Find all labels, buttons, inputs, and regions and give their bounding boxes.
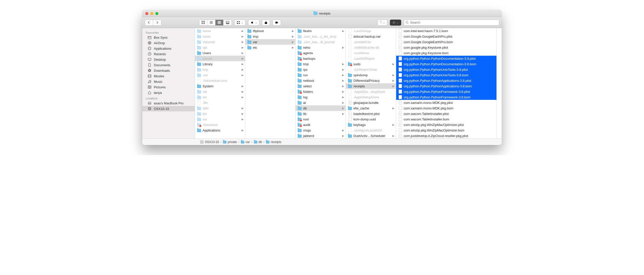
file-item[interactable]: ⟨⟩org.python.Python.PythonFramework-3.8.… (396, 89, 496, 94)
file-item[interactable]: .AppleSetupDone (346, 94, 396, 100)
folder-item[interactable]: backups (296, 56, 346, 61)
sidebar-item[interactable]: Desktop (142, 57, 195, 62)
path-segment[interactable]: db (254, 140, 262, 144)
gallery-view-button[interactable] (223, 20, 232, 25)
file-item[interactable]: ⟨⟩com.winzip.pkg.WinZipMacOptimizer.plis… (396, 122, 496, 127)
file-item[interactable]: org.python.Python.PythonFramework-3.8.bo… (396, 94, 496, 100)
path-segment[interactable]: OSX10-15 (200, 140, 219, 144)
path-segment[interactable]: var (241, 140, 250, 144)
folder-item[interactable]: tmp▶ (195, 67, 245, 72)
column[interactable]: home▶cores▶Volumes▶opt▶Users▶private▶Lib… (195, 28, 245, 139)
quicklook-button[interactable]: ⌄ (390, 20, 401, 26)
file-item[interactable]: ⟨⟩com.xamarin.mono-MDK.pkg.plist (396, 100, 496, 105)
file-item[interactable]: ⟨⟩com.wacom.TabletInstaller.plist (396, 111, 496, 116)
column[interactable]: tftpboot▶tmp▶var▶etc▶ (245, 28, 296, 139)
folder-item[interactable]: DifferentialPrivacy▶ (346, 78, 396, 83)
help-button[interactable]: ? ⌄ (377, 20, 387, 26)
sidebar-item[interactable]: AirDrop (142, 40, 195, 46)
file-item[interactable]: org.python.Python.PythonUnixTools-3.8.bo… (396, 72, 496, 78)
folder-item[interactable]: var▶ (195, 89, 245, 94)
file-item[interactable]: org.python.Python.PythonApplications-3.8… (396, 83, 496, 89)
folder-item[interactable]: receipts▶ (346, 83, 396, 89)
file-item[interactable]: .intl8859cache.db (346, 45, 396, 50)
folder-item[interactable]: var▶ (245, 39, 295, 45)
sidebar-item[interactable]: Recents (142, 51, 195, 57)
sidebar-item[interactable]: asas's MacBook Pro (142, 100, 195, 106)
search-input[interactable] (410, 21, 497, 24)
sidebar-item[interactable]: Box Sync (142, 35, 195, 40)
column[interactable]: .LastGKAppdslocal-backup.xar.omedelif.bv… (346, 28, 396, 139)
folder-item[interactable]: folders▶ (296, 89, 346, 94)
file-item[interactable]: com.google.pkg.Keystone.bom (396, 50, 496, 56)
folder-item[interactable]: bin▶ (195, 111, 245, 116)
folder-item[interactable]: etc▶ (195, 94, 245, 100)
group-by-button[interactable]: ⌄ (234, 20, 246, 26)
folder-item[interactable]: Volumes▶ (195, 39, 245, 45)
file-item[interactable]: .omedelif.bv (346, 39, 396, 45)
file-item[interactable]: .GKRearmTimer (346, 67, 396, 72)
folder-item[interactable]: etc▶ (245, 45, 295, 50)
action-button[interactable]: ⌄ (248, 20, 259, 26)
folder-item[interactable]: opt▶ (195, 45, 245, 50)
folder-item[interactable]: select▶ (296, 83, 346, 89)
file-item[interactable]: org.python.Python.PythonDocumentation-3.… (396, 61, 496, 67)
sidebar-item[interactable]: tanya (142, 90, 195, 95)
folder-item[interactable]: root (296, 116, 346, 122)
folder-item[interactable]: at▶ (296, 100, 346, 105)
folder-item[interactable]: DuetActiv…Scheduler▶ (346, 133, 396, 139)
folder-item[interactable]: run▶ (296, 72, 346, 78)
file-item[interactable]: .LastGKReject (346, 56, 396, 61)
folder-item[interactable]: tmp▶ (296, 61, 346, 67)
folder-item[interactable]: .vol▶ (195, 72, 245, 78)
folder-item[interactable]: Users▶ (195, 50, 245, 56)
file-item[interactable]: ⟨⟩com.Google.GoogleEarthPro.plist (396, 34, 496, 39)
folder-item[interactable]: Applications▶ (195, 127, 245, 133)
file-item[interactable]: .AppleDia…etupDone (346, 89, 396, 94)
folder-item[interactable]: tmp▶ (245, 34, 295, 39)
file-item[interactable]: .VolumeIcon.icns (195, 78, 245, 83)
file-item[interactable]: ⟨⟩org.python.Python.PythonUnixTools-3.8.… (396, 67, 496, 72)
file-item[interactable]: ⟨⟩com.justdevelop.it.ZipCloud.reseller.p… (396, 133, 496, 139)
file-item[interactable]: .file (195, 100, 245, 105)
folder-item[interactable]: .com_kas…ift_journal (296, 39, 346, 45)
folder-item[interactable]: db▶ (296, 105, 346, 111)
forward-button[interactable] (153, 20, 161, 25)
file-item[interactable]: .configureLocalKDC (346, 127, 396, 133)
folder-item[interactable]: audit (296, 122, 346, 127)
file-item[interactable]: com.winzip.pkg.WinZipMacOptimizer.bom (396, 127, 496, 133)
file-item[interactable]: com.wacom.TabletInstaller.bom (396, 116, 496, 122)
folder-item[interactable]: .com_kas…y_ids_drop (296, 34, 346, 39)
sidebar-item[interactable]: Movies (142, 73, 195, 79)
folder-item[interactable]: log▶ (296, 94, 346, 100)
column[interactable]: com.intel.kext.haxm.7.5.1.bom⟨⟩com.Googl… (396, 28, 497, 139)
sidebar-item[interactable]: Pictures (142, 84, 195, 90)
folder-item[interactable]: Library▶ (195, 61, 245, 67)
folder-item[interactable]: lib▶ (296, 111, 346, 116)
sidebar-item[interactable]: Applications (142, 46, 195, 51)
tags-button[interactable] (272, 20, 281, 26)
sidebar-item[interactable]: OSX10-15 (142, 106, 195, 111)
path-segment[interactable]: private (223, 140, 237, 144)
folder-item[interactable]: flexlm▶ (296, 28, 346, 34)
file-item[interactable]: ⟨⟩loadedkextmt.plist (346, 111, 396, 116)
folder-item[interactable]: netboot▶ (296, 78, 346, 83)
file-item[interactable]: com.xamarin.mono-MDK.pkg.bom (396, 105, 496, 111)
folder-item[interactable]: tftpboot▶ (245, 28, 295, 34)
folder-item[interactable]: msgs▶ (296, 127, 346, 133)
column[interactable]: flexlm▶.com_kas…y_ids_drop.com_kas…ift_j… (296, 28, 346, 139)
sidebar-item[interactable]: Documents (142, 62, 195, 68)
folder-item[interactable]: rpc▶ (296, 67, 346, 72)
share-button[interactable] (262, 20, 270, 26)
file-item[interactable]: ⟨⟩org.python.Python.PythonDocumentation-… (396, 56, 496, 61)
folder-item[interactable]: private▶ (195, 56, 245, 61)
folder-item[interactable]: sbin▶ (195, 105, 245, 111)
column-view-button[interactable] (215, 20, 223, 25)
folder-item[interactable]: System▶ (195, 83, 245, 89)
back-button[interactable] (145, 20, 153, 25)
folder-item[interactable]: agentx (296, 50, 346, 56)
folder-item[interactable]: sudo▶ (346, 61, 396, 67)
folder-item[interactable]: .fseventsd (195, 122, 245, 127)
sidebar-item[interactable]: Music (142, 79, 195, 84)
folder-item[interactable]: keybags▶ (346, 122, 396, 127)
folder-item[interactable]: jabberd▶ (296, 133, 346, 139)
